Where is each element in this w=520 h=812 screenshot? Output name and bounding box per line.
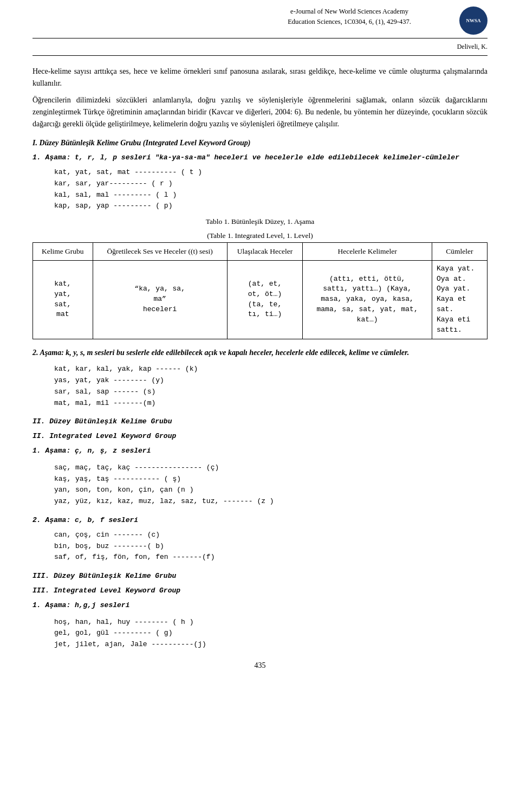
section2-english: II. Integrated Level Keyword Group: [32, 431, 487, 442]
page-header: e-Journal of New World Sciences Academy …: [32, 0, 487, 38]
author-bar: Deliveli, K.: [32, 42, 487, 56]
section2-step: 1. Aşama: ç, n, ş, z sesleri: [32, 446, 487, 457]
s3-line-2: gel, gol, gül --------- ( g): [54, 628, 487, 639]
step1-lines: kat, yat, sat, mat ---------- ( t ) kar,…: [54, 167, 487, 212]
table-header-row: Kelime Grubu Öğretilecek Ses ve Heceler …: [33, 243, 487, 261]
section2-lines: kat, kar, kal, yak, kap ------ (k) yas, …: [54, 364, 487, 409]
step2b-heading: 2. Aşama: c, b, f sesleri: [32, 515, 487, 526]
cell-cumleler: Kaya yat.Oya at.Oya yat.Kaya etsat.Kaya …: [432, 260, 487, 339]
journal-info: Education Sciences, 1C0304, 6, (1), 429-…: [288, 18, 411, 25]
step1-line-4: kap, sap, yap --------- ( p): [54, 201, 487, 212]
header-text: e-Journal of New World Sciences Academy …: [244, 7, 455, 27]
cell-ogretilecek: “ka, ya, sa,ma”heceleri: [93, 260, 227, 339]
section2-roman: II. Düzey Bütünleşik Kelime Grubu: [32, 416, 487, 428]
paragraph-2: Öğrencilerin dilimizdeki sözcükleri anla…: [32, 94, 487, 130]
cell-ulasilacak: (at, et,ot, öt…)(ta, te,tı, ti…): [227, 260, 302, 339]
paragraph-1: Hece-kelime sayısı arttıkça ses, hece ve…: [32, 66, 487, 89]
journal-name: e-Journal of New World Sciences Academy: [290, 8, 408, 15]
s2-line-2: yas, yat, yak -------- (y): [54, 375, 487, 386]
step2b-line-3: saf, of, fiş, fön, fon, fen -------(f): [54, 552, 487, 563]
table-caption-2: (Table 1. Integrated Level, 1. Level): [32, 231, 487, 240]
page-number: 435: [32, 661, 487, 670]
s2l-line-1: saç, maç, taç, kaç ---------------- (ç): [54, 462, 487, 474]
integrated-level-table: Kelime Grubu Öğretilecek Ses ve Heceler …: [32, 242, 487, 339]
s2-line-4: mat, mal, mil -------(m): [54, 398, 487, 409]
col-ogretilecek: Öğretilecek Ses ve Heceler ((t) sesi): [93, 243, 227, 261]
section3-step: 1. Aşama: h,g,j sesleri: [32, 600, 487, 611]
page-container: e-Journal of New World Sciences Academy …: [0, 0, 520, 812]
col-kelime-grubu: Kelime Grubu: [33, 243, 93, 261]
logo-text: NWSA: [466, 18, 480, 24]
col-cumleler: Cümleler: [432, 243, 487, 261]
col-hecelerle: Hecelerle Kelimeler: [303, 243, 432, 261]
section2-letter-lines: saç, maç, taç, kaç ---------------- (ç) …: [54, 462, 487, 507]
section2-intro: 2. Aşama: k, y, s, m sesleri bu seslerle…: [32, 347, 487, 359]
section3-roman: III. Düzey Bütünleşik Kelime Grubu: [32, 571, 487, 582]
author-name: Deliveli, K.: [457, 43, 487, 50]
s3-line-3: jet, jilet, ajan, Jale ----------(j): [54, 639, 487, 650]
s2l-line-3: yan, son, ton, kon, çin, çan (n ): [54, 485, 487, 496]
section3-lines: hoş, han, hal, huy -------- ( h ) gel, g…: [54, 617, 487, 650]
section1-heading: I. Düzey Bütünleşik Kelime Grubu (Integr…: [32, 137, 487, 149]
step1-line-2: kar, sar, yar--------- ( r ): [54, 178, 487, 190]
s3-line-1: hoş, han, hal, huy -------- ( h ): [54, 617, 487, 628]
section2-heading-text: 2. Aşama: k, y, s, m sesleri bu seslerle…: [32, 349, 409, 357]
cell-hecelerle: (attı, etti, öttü,sattı, yattı…) (Kaya,m…: [303, 260, 432, 339]
section3-english: III. Integrated Level Keyword Group: [32, 585, 487, 597]
step2b-line-2: bin, boş, buz --------( b): [54, 541, 487, 552]
step1-line-1: kat, yat, sat, mat ---------- ( t ): [54, 167, 487, 178]
cell-kelime-grubu: kat, yat, sat, mat: [33, 260, 93, 339]
step1-heading: 1. Aşama: t, r, l, p sesleri "ka-ya-sa-m…: [32, 152, 487, 164]
step2b-line-1: can, çoş, cin ------- (c): [54, 530, 487, 541]
table-row: kat, yat, sat, mat “ka, ya, sa,ma”hecele…: [33, 260, 487, 339]
s2-line-3: sar, sal, sap ------ (s): [54, 386, 487, 398]
step1-line-3: kal, sal, mal --------- ( l ): [54, 190, 487, 201]
table-caption-1: Tablo 1. Bütünleşik Düzey, 1. Aşama: [32, 217, 487, 226]
s2-line-1: kat, kar, kal, yak, kap ------ (k): [54, 364, 487, 375]
step2b-lines: can, çoş, cin ------- (c) bin, boş, buz …: [54, 530, 487, 563]
col-ulasilacak: Ulaşılacak Heceler: [227, 243, 302, 261]
s2l-line-4: yaz, yüz, kız, kaz, muz, laz, saz, tuz, …: [54, 496, 487, 507]
s2l-line-2: kaş, yaş, taş ----------- ( ş): [54, 474, 487, 485]
journal-logo: NWSA: [459, 7, 487, 35]
